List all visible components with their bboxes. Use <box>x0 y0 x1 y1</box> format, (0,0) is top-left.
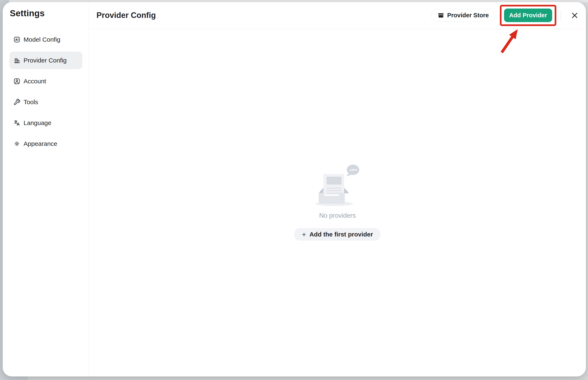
empty-inbox-illustration <box>315 164 360 207</box>
add-first-provider-button[interactable]: + Add the first provider <box>294 228 380 241</box>
sidebar-nav: Model Config <box>10 31 89 152</box>
add-first-provider-label: Add the first provider <box>309 231 373 238</box>
sidebar-item-appearance[interactable]: Appearance <box>9 135 82 152</box>
sidebar-item-label: Account <box>23 78 46 85</box>
store-icon <box>437 12 444 19</box>
empty-state-message: No providers <box>319 212 356 219</box>
sidebar-item-provider-config[interactable]: Provider Config <box>9 52 82 69</box>
close-button[interactable] <box>570 10 580 20</box>
plus-icon: + <box>302 231 306 238</box>
sidebar-item-label: Language <box>23 119 51 126</box>
provider-list-empty-state: No providers + Add the first provider <box>89 29 586 377</box>
sidebar-item-model-config[interactable]: Model Config <box>9 31 82 48</box>
sidebar-item-account[interactable]: Account <box>9 73 82 90</box>
settings-dialog: Settings Model Config <box>3 2 586 377</box>
provider-config-panel: Provider Config Provider <box>89 2 586 377</box>
header-divider <box>561 11 561 20</box>
user-card-icon <box>13 78 20 85</box>
provider-store-label: Provider Store <box>447 12 489 19</box>
settings-sidebar: Settings Model Config <box>3 2 89 377</box>
add-provider-button[interactable]: Add Provider <box>504 9 552 22</box>
page-title: Provider Config <box>96 11 156 20</box>
sun-icon <box>13 140 20 147</box>
building-icon <box>13 57 20 64</box>
close-icon <box>570 11 579 20</box>
provider-store-button[interactable]: Provider Store <box>431 9 495 22</box>
sidebar-item-label: Appearance <box>23 140 57 147</box>
sidebar-item-label: Provider Config <box>23 57 67 64</box>
sidebar-item-language[interactable]: Language <box>9 114 82 132</box>
add-provider-wrapper: Add Provider <box>504 9 552 22</box>
ai-badge-icon <box>13 36 20 43</box>
sidebar-item-tools[interactable]: Tools <box>9 93 82 111</box>
sidebar-item-label: Model Config <box>23 36 60 43</box>
sidebar-item-label: Tools <box>23 98 38 106</box>
settings-heading: Settings <box>10 8 89 18</box>
translate-icon <box>13 119 20 126</box>
panel-header: Provider Config Provider <box>89 2 586 29</box>
wrench-icon <box>13 98 20 106</box>
